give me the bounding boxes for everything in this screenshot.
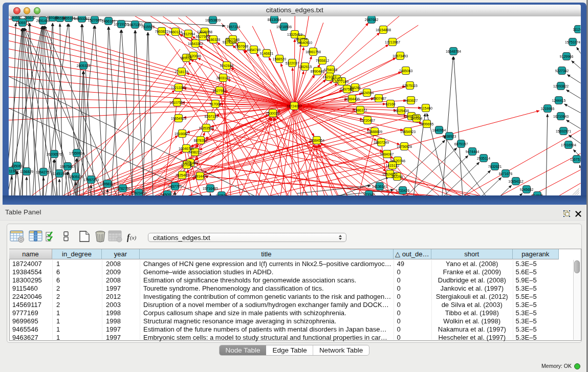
svg-text:(x): (x) xyxy=(130,234,137,241)
